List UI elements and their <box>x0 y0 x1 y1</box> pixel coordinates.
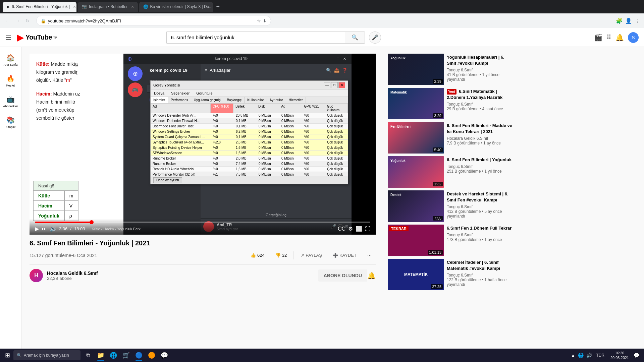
youtube-logo[interactable]: ▶ YouTubeTR <box>17 32 57 43</box>
discord-close-button[interactable]: ✕ <box>342 57 347 61</box>
taskmgr-tab-ayrintilar[interactable]: Ayrıntılar <box>267 97 286 103</box>
browser-icon: 🌐 <box>110 352 117 359</box>
taskbar-app-discord[interactable]: 💬 <box>158 349 170 361</box>
taskbar-app-store[interactable]: 🛒 <box>120 349 132 361</box>
discord-server-2[interactable]: 🎮 <box>128 82 143 97</box>
share-button[interactable]: ↗ PAYLAŞ <box>297 250 326 260</box>
tab-close-btn[interactable]: ✕ <box>73 5 76 9</box>
tray-arrow[interactable]: ▲ <box>570 352 576 359</box>
rec-item-2[interactable]: Matematik 3:29 Yeni 6.Sınıf Matematik | … <box>388 88 514 119</box>
tab-youtube[interactable]: ▶ 6. Sınıf Fen Bilimleri - Yoğunluk | ✕ <box>3 2 76 12</box>
theatre-button[interactable]: ⬜ <box>356 226 362 232</box>
taskmgr-th-gpu[interactable]: GPU %21 <box>302 104 325 113</box>
tab-forum[interactable]: 🌐 Bu virüsler nelerdir | Sayfa 3 | Do...… <box>139 2 213 12</box>
subscription-bell-button[interactable]: 🔔 <box>367 272 376 280</box>
volume-button[interactable]: 🔊 <box>50 226 56 232</box>
subtitles-button[interactable]: CC <box>338 226 345 232</box>
taskmgr-th-cpu[interactable]: CPU %100 <box>211 104 233 113</box>
taskbar-app-task-view[interactable]: ⧉ <box>82 349 94 361</box>
sidebar-item-subscriptions[interactable]: 📺 Abonelikler <box>0 91 21 112</box>
fullscreen-button[interactable]: ⛶ <box>365 226 370 232</box>
taskmgr-th-mem[interactable]: Bellek <box>233 104 256 113</box>
taskmgr-tab-performans[interactable]: Performans <box>168 97 191 103</box>
taskbar-app-chrome[interactable]: 🔵 <box>133 349 145 361</box>
progress-bar[interactable] <box>35 222 370 223</box>
create-video-button[interactable]: 🎬 <box>594 34 602 42</box>
apps-button[interactable]: ⠿ <box>606 34 611 42</box>
proc-mem: 1,6 MB <box>234 167 257 172</box>
settings-button[interactable]: ⚙ <box>348 226 353 232</box>
new-tab-button[interactable]: + <box>214 3 222 10</box>
video-player[interactable]: Kütle: Madde mikta kilogram ve gramdir ö… <box>30 54 376 235</box>
reload-button[interactable]: ↻ <box>24 17 31 25</box>
taskmgr-tab-islemler[interactable]: İşlemler <box>151 97 168 103</box>
sidebar-item-library[interactable]: 📚 Kitaplık <box>0 112 21 133</box>
account-icon[interactable]: 👤 <box>625 18 632 24</box>
rec-item-3[interactable]: Fen Bilimleri 5:40 6. Sınıf Fen Bilimler… <box>388 122 514 154</box>
voice-search-button[interactable]: 🎤 <box>369 32 381 44</box>
tab-close-btn[interactable]: ✕ <box>131 5 134 9</box>
notifications-tray-icon[interactable]: 💬 <box>633 352 640 359</box>
more-button[interactable]: ⋯ <box>363 250 376 260</box>
taskmgr-menu-secenekler[interactable]: Seçenekler <box>169 91 192 95</box>
extensions-icon[interactable]: 🧩 <box>616 18 623 24</box>
user-avatar[interactable]: S <box>628 32 639 43</box>
rec-item-7[interactable]: MATEMATİK 27:25 Cebirsel İfadeler | 6. S… <box>388 259 514 290</box>
taskbar-search-box[interactable]: 🔍 Aramak için buraya yazın <box>13 350 80 360</box>
taskbar-app-browser[interactable]: 🌐 <box>107 349 119 361</box>
forward-button[interactable]: → <box>14 17 21 25</box>
download-icon[interactable]: ⬇ <box>263 18 267 23</box>
taskbar-app-orange[interactable]: 🟠 <box>146 349 158 361</box>
save-button[interactable]: ➕ KAYDET <box>329 250 361 260</box>
sidebar-item-explore[interactable]: 🔥 Keşfet <box>0 70 21 91</box>
like-button[interactable]: 👍 624 <box>247 250 269 260</box>
rec-item-6[interactable]: TEKRAR 1:01:13 6.Sınıf Fen 1.Dönem Full … <box>388 225 514 256</box>
channel-name[interactable]: Hocalara Geldik 6.Sınıf <box>47 270 318 276</box>
notifications-button[interactable]: 🔔 <box>615 34 624 42</box>
language-indicator[interactable]: TÜR <box>594 353 606 358</box>
rec-item-1[interactable]: Yoğunluk 2:39 Yoğunluk Hesaplamaları | 6… <box>388 54 514 85</box>
start-button[interactable]: ⊞ <box>1 349 13 361</box>
taskmgr-minimize-button[interactable]: — <box>324 82 330 88</box>
discord-server-icon[interactable]: ⊕ <box>128 66 143 81</box>
taskmgr-th-name[interactable]: Ad <box>151 104 211 113</box>
taskmgr-maximize-button[interactable]: □ <box>331 82 338 88</box>
taskmgr-menu-goruntuler[interactable]: Görüntüle <box>194 91 214 95</box>
taskmgr-details-button[interactable]: Daha az ayrıntı <box>153 177 182 183</box>
search-button[interactable]: 🔍 <box>345 32 365 44</box>
back-button[interactable]: ← <box>4 17 11 25</box>
taskmgr-tab-kullanici[interactable]: Kullanıcılar <box>245 97 267 103</box>
taskmgr-menu-dosya[interactable]: Dosya <box>152 91 166 95</box>
taskmgr-th-extra[interactable]: Güç kullanımı <box>325 104 348 113</box>
hamburger-menu-button[interactable]: ☰ <box>5 34 11 42</box>
rec-item-5[interactable]: Destek 7:55 Destek ve Hareket Sistemi | … <box>388 190 514 222</box>
rec-title-3: 6. Sınıf Fen Bilimleri - Madde ve Isı Ko… <box>447 123 514 135</box>
volume-tray-icon[interactable]: 🔊 <box>586 352 593 359</box>
taskbar-app-file-explorer[interactable]: 📁 <box>95 349 107 361</box>
discord-minimize-button[interactable]: — <box>328 57 334 61</box>
taskmgr-th-disk[interactable]: Disk <box>256 104 279 113</box>
discord-maximize-button[interactable]: □ <box>335 57 340 61</box>
discord-inbox-icon[interactable]: 📥 <box>334 68 339 73</box>
taskmgr-tab-baslangic[interactable]: Başlangıç <box>224 97 245 103</box>
menu-icon[interactable]: ⋮ <box>635 18 640 24</box>
sidebar-item-home[interactable]: 🏠 Ana Sayfa <box>0 50 21 70</box>
taskmgr-th-net[interactable]: Ağ <box>279 104 302 113</box>
search-input[interactable] <box>166 32 345 44</box>
subscribe-button[interactable]: ABONE OLUNDU <box>318 269 367 282</box>
taskmgr-tab-hizmetler[interactable]: Hizmetler <box>286 97 306 103</box>
bookmark-icon[interactable]: ☆ <box>257 18 261 23</box>
taskbar-clock[interactable]: 16:20 20.03.2021 <box>608 351 632 360</box>
discord-help-icon[interactable]: ❓ <box>342 68 347 73</box>
network-icon[interactable]: 🌐 <box>577 352 584 359</box>
next-button[interactable]: ⏭ <box>42 226 47 232</box>
address-bar[interactable]: 🔒 youtube.com/watch?v=2hy2QAmBJFI ☆ ⬇ <box>36 16 271 26</box>
tab-instagram[interactable]: 📷 Instagram • Sohbetler ✕ <box>78 2 138 12</box>
discord-window[interactable]: ⊕ kerem pc covid 19 — □ ✕ ⊕ 🎮 <box>123 54 352 235</box>
dislike-button[interactable]: 👎 32 <box>271 250 291 260</box>
taskmgr-tab-uygulama[interactable]: Uygulama geçmişi <box>191 97 224 103</box>
discord-search-icon[interactable]: 🔍 <box>326 68 331 73</box>
play-button[interactable]: ▶ <box>35 226 39 232</box>
rec-item-4[interactable]: Yoğunluk 1:32 6. Sınıf Fen Bilimleri | Y… <box>388 156 514 188</box>
taskmgr-close-button[interactable]: ✕ <box>338 82 345 88</box>
